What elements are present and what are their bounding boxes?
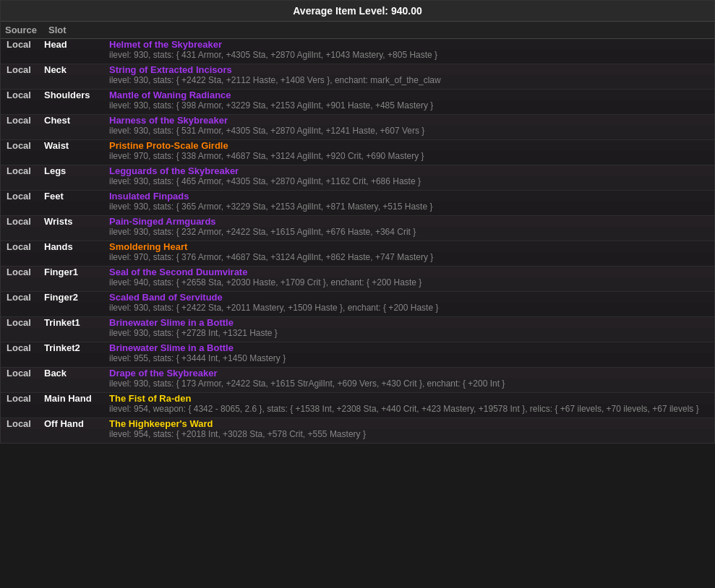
item-name-cell[interactable]: Helmet of the Skybreaker (109, 39, 714, 51)
item-name: String of Extracted Incisors (109, 64, 232, 75)
source-cell: Local (1, 115, 44, 126)
item-row: LocalHeadHelmet of the Skybreaker (1, 39, 714, 51)
slot-label: Neck (44, 64, 67, 75)
item-name: Scaled Band of Servitude (109, 292, 223, 303)
item-name-cell[interactable]: Insulated Finpads (109, 191, 714, 202)
source-label: Local (7, 267, 31, 277)
slot-label: Trinket2 (44, 342, 80, 353)
item-name-cell[interactable]: Smoldering Heart (109, 241, 714, 253)
stat-source-cell (1, 227, 44, 241)
source-cell: Local (1, 140, 44, 152)
item-row: LocalWristsPain-Singed Armguards (1, 216, 714, 228)
item-row: LocalMain HandThe Fist of Ra-den (1, 393, 714, 405)
slot-label: Head (44, 39, 67, 50)
stat-text-cell: ilevel: 970, stats: { 376 Armor, +4687 S… (109, 252, 714, 267)
item-row: LocalTrinket2Brinewater Slime in a Bottl… (1, 342, 714, 354)
stat-row: ilevel: 930, stats: { 173 Armor, +2422 S… (1, 379, 714, 393)
source-label: Local (7, 115, 31, 126)
slot-cell: Main Hand (44, 393, 109, 405)
item-row: LocalWaistPristine Proto-Scale Girdle (1, 140, 714, 152)
stat-row: ilevel: 954, stats: { +2018 Int, +3028 S… (1, 429, 714, 443)
source-label: Local (7, 64, 31, 75)
item-row: LocalLegsLegguards of the Skybreaker (1, 165, 714, 177)
slot-cell: Finger1 (44, 267, 109, 278)
item-name: Drape of the Skybreaker (109, 368, 218, 379)
item-name-cell[interactable]: Brinewater Slime in a Bottle (109, 317, 714, 329)
stat-row: ilevel: 930, stats: { +2422 Sta, +2011 M… (1, 303, 714, 317)
slot-label: Back (44, 368, 67, 379)
stat-source-cell (1, 126, 44, 140)
source-label: Local (7, 292, 31, 303)
slot-label: Finger2 (44, 292, 78, 303)
source-cell: Local (1, 39, 44, 51)
item-name-cell[interactable]: Drape of the Skybreaker (109, 368, 714, 379)
source-label: Local (7, 418, 31, 429)
slot-cell: Off Hand (44, 418, 109, 430)
slot-cell: Trinket1 (44, 317, 109, 329)
stat-row: ilevel: 930, stats: { 365 Armor, +3229 S… (1, 202, 714, 216)
stat-source-cell (1, 176, 44, 191)
item-name: Seal of the Second Duumvirate (109, 267, 247, 277)
slot-label: Off Hand (44, 418, 84, 429)
item-name-cell[interactable]: Pain-Singed Armguards (109, 216, 714, 228)
stat-slot-cell (44, 429, 109, 443)
slot-cell: Waist (44, 140, 109, 152)
stat-source-cell (1, 328, 44, 342)
source-cell: Local (1, 418, 44, 430)
item-name: The Fist of Ra-den (109, 393, 191, 404)
item-name-cell[interactable]: The Highkeeper's Ward (109, 418, 714, 430)
source-label: Local (7, 39, 31, 50)
stat-text-cell: ilevel: 930, stats: { 173 Armor, +2422 S… (109, 379, 714, 393)
stat-text-cell: ilevel: 970, stats: { 338 Armor, +4687 S… (109, 151, 714, 165)
item-name-cell[interactable]: Pristine Proto-Scale Girdle (109, 140, 714, 152)
stat-slot-cell (44, 176, 109, 191)
stat-text-cell: ilevel: 930, stats: { +2422 Sta, +2112 H… (109, 75, 714, 90)
stat-slot-cell (44, 353, 109, 368)
item-row: LocalFinger2Scaled Band of Servitude (1, 292, 714, 303)
col-header-slot: Slot (44, 22, 109, 39)
stat-row: ilevel: 954, weapon: { 4342 - 8065, 2.6 … (1, 404, 714, 418)
stat-source-cell (1, 379, 44, 393)
item-name-cell[interactable]: The Fist of Ra-den (109, 393, 714, 405)
item-name-cell[interactable]: String of Extracted Incisors (109, 64, 714, 76)
item-name-cell[interactable]: Seal of the Second Duumvirate (109, 267, 714, 278)
stat-row: ilevel: 930, stats: { 431 Armor, +4305 S… (1, 50, 714, 64)
source-label: Local (7, 90, 31, 100)
item-name-cell[interactable]: Brinewater Slime in a Bottle (109, 342, 714, 354)
item-name-cell[interactable]: Harness of the Skybreaker (109, 115, 714, 126)
slot-cell: Wrists (44, 216, 109, 228)
stat-text-cell: ilevel: 930, stats: { +2422 Sta, +2011 M… (109, 303, 714, 317)
stat-slot-cell (44, 50, 109, 64)
stat-source-cell (1, 404, 44, 418)
item-row: LocalFinger1Seal of the Second Duumvirat… (1, 267, 714, 278)
stat-text-cell: ilevel: 930, stats: { +2728 Int, +1321 H… (109, 328, 714, 342)
stat-source-cell (1, 50, 44, 64)
stat-row: ilevel: 970, stats: { 376 Armor, +4687 S… (1, 252, 714, 267)
slot-label: Trinket1 (44, 317, 80, 328)
stat-source-cell (1, 429, 44, 443)
stat-source-cell (1, 353, 44, 368)
source-cell: Local (1, 393, 44, 405)
slot-label: Hands (44, 241, 73, 252)
stat-text-cell: ilevel: 930, stats: { 465 Armor, +4305 S… (109, 176, 714, 191)
slot-cell: Neck (44, 64, 109, 76)
item-name: Pain-Singed Armguards (109, 216, 216, 227)
item-name-cell[interactable]: Mantle of Waning Radiance (109, 90, 714, 101)
source-cell: Local (1, 342, 44, 354)
stat-source-cell (1, 252, 44, 267)
stat-slot-cell (44, 75, 109, 90)
item-row: LocalChestHarness of the Skybreaker (1, 115, 714, 126)
stat-slot-cell (44, 227, 109, 241)
item-name-cell[interactable]: Scaled Band of Servitude (109, 292, 714, 303)
slot-cell: Back (44, 368, 109, 379)
stat-source-cell (1, 75, 44, 90)
stat-row: ilevel: 930, stats: { +2422 Sta, +2112 H… (1, 75, 714, 90)
col-header-info (109, 22, 714, 39)
stat-text-cell: ilevel: 930, stats: { 365 Armor, +3229 S… (109, 202, 714, 216)
slot-cell: Chest (44, 115, 109, 126)
stat-slot-cell (44, 126, 109, 140)
item-name-cell[interactable]: Legguards of the Skybreaker (109, 165, 714, 177)
source-cell: Local (1, 64, 44, 76)
stat-text-cell: ilevel: 955, stats: { +3444 Int, +1450 M… (109, 353, 714, 368)
source-label: Local (7, 191, 31, 202)
